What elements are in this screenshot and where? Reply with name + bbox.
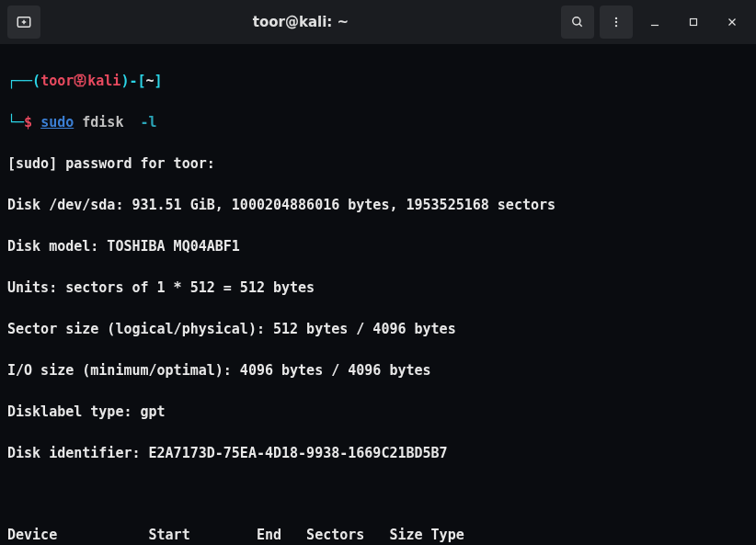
prompt-line-1: ┌──(toor㉾kali)-[~] (7, 71, 749, 92)
sector-size: Sector size (logical/physical): 512 byte… (7, 319, 749, 340)
svg-line-4 (579, 24, 582, 27)
menu-button[interactable] (600, 6, 633, 39)
svg-point-3 (573, 17, 580, 25)
svg-rect-9 (691, 19, 697, 26)
disk-model: Disk model: TOSHIBA MQ04ABF1 (7, 236, 749, 257)
disk-identifier: Disk identifier: E2A7173D-75EA-4D18-9938… (7, 443, 749, 464)
svg-point-6 (615, 21, 617, 23)
window-title: toor@kali: ~ (46, 14, 556, 30)
table-header: Device Start End Sectors Size Type (7, 527, 464, 543)
search-button[interactable] (561, 6, 594, 39)
io-size: I/O size (minimum/optimal): 4096 bytes /… (7, 360, 749, 381)
maximize-button[interactable] (677, 6, 710, 39)
svg-point-7 (615, 25, 617, 27)
prompt-line-2: └─$ sudo fdisk -l (7, 112, 749, 133)
minimize-button[interactable] (638, 6, 671, 39)
partition-table: Device Start End Sectors Size Type /dev/… (7, 505, 749, 546)
units: Units: sectors of 1 * 512 = 512 bytes (7, 278, 749, 299)
close-button[interactable] (716, 6, 749, 39)
new-tab-button[interactable] (7, 6, 40, 39)
titlebar: toor@kali: ~ (0, 0, 756, 44)
sudo-prompt: [sudo] password for toor: (7, 153, 749, 175)
disklabel-type: Disklabel type: gpt (7, 402, 749, 423)
terminal-output[interactable]: ┌──(toor㉾kali)-[~] └─$ sudo fdisk -l [su… (0, 44, 756, 545)
disk-header: Disk /dev/sda: 931.51 GiB, 1000204886016… (7, 195, 749, 216)
svg-point-5 (615, 17, 617, 19)
